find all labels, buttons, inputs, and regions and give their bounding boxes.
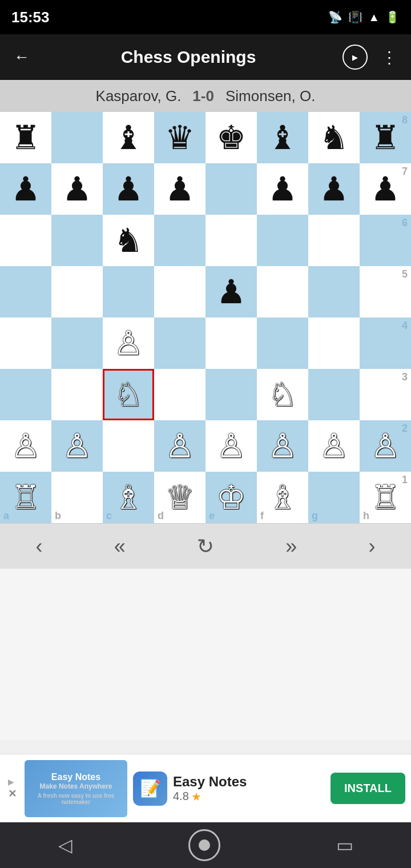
cell-d8[interactable]: ♛ [154, 112, 206, 163]
play-button[interactable]: ▶ [342, 45, 368, 70]
cell-b6[interactable] [51, 215, 103, 266]
play-icon: ▶ [352, 53, 358, 62]
cell-h3[interactable]: 3 [360, 369, 411, 420]
cell-h2[interactable]: ♙2 [360, 420, 411, 472]
nav-recent-icon: ▭ [336, 835, 353, 855]
more-button[interactable]: ⋮ [377, 43, 402, 71]
nav-recent-button[interactable]: ▭ [336, 834, 353, 856]
ad-info: Easy Notes 4.8 ★ [173, 774, 325, 803]
cell-a7[interactable]: ♟ [0, 163, 51, 215]
cell-g6[interactable] [308, 215, 360, 266]
cell-d2[interactable]: ♙ [154, 420, 206, 472]
cell-e8[interactable]: ♚ [206, 112, 257, 163]
cell-b4[interactable] [51, 318, 103, 369]
install-button[interactable]: INSTALL [331, 773, 405, 804]
chess-piece: ♘ [114, 378, 143, 411]
cell-f2[interactable]: ♙ [257, 420, 308, 472]
prev-double-icon: « [114, 535, 126, 558]
chess-piece: ♖ [370, 481, 400, 514]
cell-e7[interactable] [206, 163, 257, 215]
cell-b1[interactable]: b [51, 472, 103, 523]
chess-piece: ♙ [216, 429, 246, 463]
chess-piece: ♙ [319, 429, 349, 463]
prev-single-button[interactable]: ‹ [25, 529, 54, 564]
cell-g8[interactable]: ♞ [308, 112, 360, 163]
cell-g2[interactable]: ♙ [308, 420, 360, 472]
file-label: e [209, 510, 215, 522]
next-single-icon: › [368, 535, 375, 558]
cell-e5[interactable]: ♟ [206, 266, 257, 318]
cell-g7[interactable]: ♟ [308, 163, 360, 215]
chess-piece: ♜ [370, 121, 400, 154]
cell-d6[interactable] [154, 215, 206, 266]
next-double-button[interactable]: » [274, 529, 308, 564]
cell-f7[interactable]: ♟ [257, 163, 308, 215]
cell-g5[interactable] [308, 266, 360, 318]
cell-f1[interactable]: ♗f [257, 472, 308, 523]
ad-image-text: Easy Notes Make Notes Anywhere A fresh n… [25, 767, 127, 810]
cell-d3[interactable] [154, 369, 206, 420]
cell-h7[interactable]: ♟7 [360, 163, 411, 215]
chess-piece: ♙ [165, 429, 195, 463]
cell-h6[interactable]: 6 [360, 215, 411, 266]
cell-e3[interactable] [206, 369, 257, 420]
cell-d1[interactable]: ♕d [154, 472, 206, 523]
cell-e1[interactable]: ♔e [206, 472, 257, 523]
cell-c1[interactable]: ♗c [103, 472, 154, 523]
cell-f8[interactable]: ♝ [257, 112, 308, 163]
cell-d7[interactable]: ♟ [154, 163, 206, 215]
cell-b5[interactable] [51, 266, 103, 318]
cell-h5[interactable]: 5 [360, 266, 411, 318]
prev-double-button[interactable]: « [103, 529, 137, 564]
ad-close-button[interactable]: ▶ ✕ [6, 775, 19, 802]
chess-piece: ♘ [268, 378, 297, 411]
cell-d5[interactable] [154, 266, 206, 318]
next-single-button[interactable]: › [357, 529, 386, 564]
cell-a2[interactable]: ♙ [0, 420, 51, 472]
cell-c6[interactable]: ♞ [103, 215, 154, 266]
cell-h1[interactable]: ♖1h [360, 472, 411, 523]
file-label: b [55, 510, 61, 522]
nav-bar: ‹ « ↺ » › [0, 523, 411, 569]
nav-back-button[interactable]: ◁ [58, 834, 72, 856]
nav-home-button[interactable] [188, 829, 220, 861]
cell-e4[interactable] [206, 318, 257, 369]
cell-b7[interactable]: ♟ [51, 163, 103, 215]
cell-e2[interactable]: ♙ [206, 420, 257, 472]
cell-h8[interactable]: ♜8 [360, 112, 411, 163]
cell-g3[interactable] [308, 369, 360, 420]
back-button[interactable]: ← [9, 43, 34, 71]
battery-icon: 🔋 [385, 10, 400, 24]
cell-c8[interactable]: ♝ [103, 112, 154, 163]
ad-close-icon: ✕ [8, 787, 17, 800]
cell-a6[interactable] [0, 215, 51, 266]
cell-a8[interactable]: ♜ [0, 112, 51, 163]
cell-c7[interactable]: ♟ [103, 163, 154, 215]
cell-c3[interactable]: ♘ [103, 369, 154, 420]
cell-c5[interactable] [103, 266, 154, 318]
chess-piece: ♟ [11, 172, 41, 206]
cell-a5[interactable] [0, 266, 51, 318]
cell-b2[interactable]: ♙ [51, 420, 103, 472]
cell-h4[interactable]: 4 [360, 318, 411, 369]
cell-f4[interactable] [257, 318, 308, 369]
cell-b8[interactable] [51, 112, 103, 163]
chess-piece: ♟ [268, 172, 297, 206]
file-label: f [260, 510, 264, 522]
cell-g1[interactable]: g [308, 472, 360, 523]
cell-g4[interactable] [308, 318, 360, 369]
reload-button[interactable]: ↺ [186, 529, 225, 564]
cell-a1[interactable]: ♖a [0, 472, 51, 523]
cell-f5[interactable] [257, 266, 308, 318]
cast-icon: 📡 [328, 10, 342, 24]
cell-c4[interactable]: ♙ [103, 318, 154, 369]
cell-a3[interactable] [0, 369, 51, 420]
cell-a4[interactable] [0, 318, 51, 369]
cell-d4[interactable] [154, 318, 206, 369]
cell-b3[interactable] [51, 369, 103, 420]
cell-e6[interactable] [206, 215, 257, 266]
cell-f6[interactable] [257, 215, 308, 266]
cell-c2[interactable] [103, 420, 154, 472]
chess-board[interactable]: ♜♝♛♚♝♞♜8♟♟♟♟♟♟♟7♞6♟5♙4♘♘3♙♙♙♙♙♙♙2♖ab♗c♕d… [0, 112, 411, 523]
cell-f3[interactable]: ♘ [257, 369, 308, 420]
